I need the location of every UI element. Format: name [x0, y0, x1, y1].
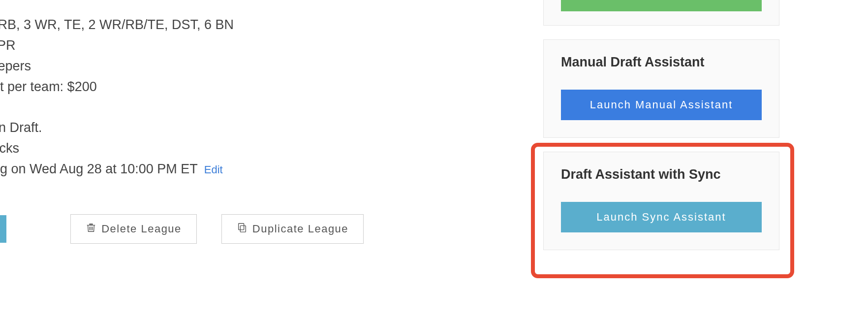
mock-draft-card: Start a Mock Draft: [543, 0, 779, 26]
copy-icon: [237, 222, 248, 236]
draft-time: rafting on Wed Aug 28 at 10:00 PM ET: [0, 162, 197, 176]
svg-rect-1: [239, 224, 244, 230]
manual-assistant-title: Manual Draft Assistant: [561, 55, 762, 70]
draft-time-row: rafting on Wed Aug 28 at 10:00 PM ET Edi…: [0, 159, 413, 180]
launch-sync-assistant-button[interactable]: Launch Sync Assistant: [561, 202, 762, 232]
delete-label: Delete League: [101, 223, 182, 235]
league-details: B, 2 RB, 3 WR, TE, 2 WR/RB/TE, DST, 6 BN…: [0, 15, 413, 244]
delete-league-button[interactable]: Delete League: [70, 214, 197, 244]
sync-assistant-card: Draft Assistant with Sync Launch Sync As…: [543, 152, 779, 250]
manual-assistant-card: Manual Draft Assistant Launch Manual Ass…: [543, 39, 779, 138]
edit-link[interactable]: Edit: [204, 163, 223, 176]
budget-info: udget per team: $200: [0, 77, 413, 97]
sync-assistant-title: Draft Assistant with Sync: [561, 167, 762, 182]
sidebar: Start a Mock Draft Manual Draft Assistan…: [543, 0, 779, 264]
yahoo-button[interactable]: hoo: [0, 215, 6, 243]
launch-manual-assistant-button[interactable]: Launch Manual Assistant: [561, 90, 762, 120]
picks-count: 02 picks: [0, 138, 413, 159]
roster-config: B, 2 RB, 3 WR, TE, 2 WR/RB/TE, DST, 6 BN: [0, 15, 413, 35]
trash-icon: [86, 222, 96, 236]
draft-type: uction Draft.: [0, 118, 413, 138]
duplicate-league-button[interactable]: Duplicate League: [221, 214, 364, 244]
scoring-type: alf PPR: [0, 35, 413, 56]
svg-rect-0: [240, 226, 246, 232]
spacer: [0, 97, 413, 118]
keepers-info: o Keepers: [0, 56, 413, 77]
action-buttons: hoo Delete League Duplicate League: [0, 214, 413, 244]
duplicate-label: Duplicate League: [252, 223, 348, 235]
start-mock-draft-button[interactable]: Start a Mock Draft: [561, 0, 762, 11]
